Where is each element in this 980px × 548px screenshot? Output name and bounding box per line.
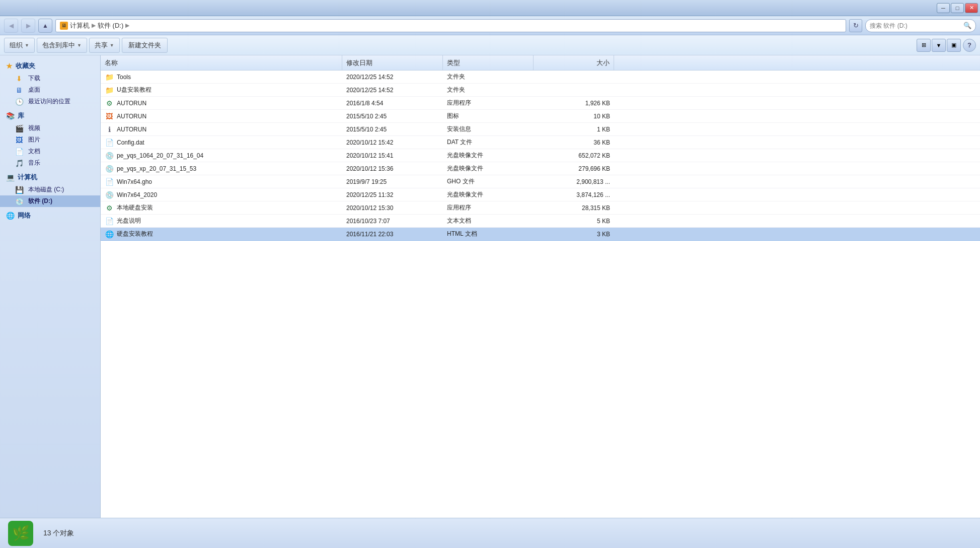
file-date: 2020/10/12 15:30 bbox=[346, 204, 393, 212]
file-type-cell: 文件夹 bbox=[443, 71, 534, 83]
sidebar-header-computer[interactable]: 💻 计算机 bbox=[0, 171, 100, 184]
file-date: 2020/10/12 15:41 bbox=[346, 152, 393, 159]
sidebar-item-c-drive[interactable]: 💾 本地磁盘 (C:) bbox=[0, 184, 100, 195]
sidebar-item-recent-label: 最近访问的位置 bbox=[28, 97, 70, 106]
file-size-cell: 1 KB bbox=[534, 123, 614, 135]
sidebar-header-library[interactable]: 📚 库 bbox=[0, 109, 100, 122]
title-bar: ─ □ ✕ bbox=[0, 0, 980, 16]
path-sep-1: ▶ bbox=[92, 22, 96, 29]
file-name: Tools bbox=[117, 74, 131, 81]
d-drive-icon: 💿 bbox=[14, 197, 24, 206]
file-name: Win7x64.gho bbox=[117, 178, 152, 185]
file-size: 28,315 KB bbox=[582, 204, 610, 212]
table-row[interactable]: 📁 U盘安装教程 2020/12/25 14:52 文件夹 bbox=[101, 84, 980, 97]
table-row[interactable]: 💿 pe_yqs_1064_20_07_31_16_04 2020/10/12 … bbox=[101, 149, 980, 162]
table-row[interactable]: 🖼 AUTORUN 2015/5/10 2:45 图标 10 KB bbox=[101, 110, 980, 123]
refresh-button[interactable]: ↻ bbox=[849, 19, 862, 32]
status-logo-icon: 🌿 bbox=[12, 525, 30, 541]
file-name: 硬盘安装教程 bbox=[117, 230, 153, 238]
file-name: AUTORUN bbox=[117, 126, 146, 133]
sidebar-item-music[interactable]: 🎵 音乐 bbox=[0, 157, 100, 169]
organize-button[interactable]: 组织 ▼ bbox=[4, 38, 35, 53]
address-path[interactable]: 🖥 计算机 ▶ 软件 (D:) ▶ bbox=[55, 19, 846, 32]
file-type-cell: 图标 bbox=[443, 110, 534, 122]
table-row[interactable]: ℹ AUTORUN 2015/5/10 2:45 安装信息 1 KB bbox=[101, 123, 980, 136]
share-button[interactable]: 共享 ▼ bbox=[89, 38, 120, 53]
video-icon: 🎬 bbox=[14, 124, 24, 132]
file-name-cell: 🌐 硬盘安装教程 bbox=[101, 228, 342, 240]
favorites-icon: ★ bbox=[6, 62, 13, 70]
col-header-date[interactable]: 修改日期 bbox=[342, 55, 443, 70]
sidebar-header-favorites[interactable]: ★ 收藏夹 bbox=[0, 59, 100, 73]
sidebar-item-download[interactable]: ⬇ 下载 bbox=[0, 73, 100, 84]
sidebar-item-pictures[interactable]: 🖼 图片 bbox=[0, 134, 100, 146]
organize-label: 组织 bbox=[10, 41, 23, 50]
sidebar-item-pictures-label: 图片 bbox=[28, 135, 40, 144]
sidebar-item-desktop[interactable]: 🖥 桌面 bbox=[0, 84, 100, 96]
sidebar-header-network[interactable]: 🌐 网络 bbox=[0, 209, 100, 222]
preview-button[interactable]: ▣ bbox=[947, 39, 961, 52]
file-type: GHO 文件 bbox=[447, 177, 475, 186]
file-type: 光盘映像文件 bbox=[447, 190, 483, 199]
minimize-button[interactable]: ─ bbox=[937, 3, 950, 13]
table-row[interactable]: ⚙ 本地硬盘安装 2020/10/12 15:30 应用程序 28,315 KB bbox=[101, 201, 980, 215]
file-size-cell: 28,315 KB bbox=[534, 201, 614, 214]
forward-button[interactable]: ▶ bbox=[21, 19, 35, 33]
download-icon: ⬇ bbox=[14, 75, 24, 83]
col-header-size[interactable]: 大小 bbox=[534, 55, 614, 70]
include-button[interactable]: 包含到库中 ▼ bbox=[37, 38, 87, 53]
file-list: 📁 Tools 2020/12/25 14:52 文件夹 📁 U盘安装教程 20… bbox=[101, 71, 980, 518]
maximize-button[interactable]: □ bbox=[951, 3, 964, 13]
file-date-cell: 2020/12/25 14:52 bbox=[342, 71, 443, 83]
table-row[interactable]: 📄 Win7x64.gho 2019/9/7 19:25 GHO 文件 2,90… bbox=[101, 175, 980, 188]
file-size: 1 KB bbox=[597, 126, 610, 133]
file-date-cell: 2020/10/12 15:42 bbox=[342, 136, 443, 149]
search-input[interactable] bbox=[870, 22, 960, 29]
sidebar-item-music-label: 音乐 bbox=[28, 159, 40, 167]
sidebar-section-favorites: ★ 收藏夹 ⬇ 下载 🖥 桌面 🕒 最近访问的位置 bbox=[0, 59, 100, 107]
file-icon: ⚙ bbox=[105, 99, 114, 108]
table-row[interactable]: 🌐 硬盘安装教程 2016/11/21 22:03 HTML 文档 3 KB bbox=[101, 228, 980, 241]
documents-icon: 📄 bbox=[14, 148, 24, 156]
path-sep-2: ▶ bbox=[125, 22, 129, 29]
table-row[interactable]: ⚙ AUTORUN 2016/1/8 4:54 应用程序 1,926 KB bbox=[101, 97, 980, 110]
sidebar-item-d-drive[interactable]: 💿 软件 (D:) bbox=[0, 195, 100, 207]
file-icon: 📁 bbox=[105, 86, 114, 95]
file-date: 2020/10/12 15:36 bbox=[346, 165, 393, 172]
file-icon: ℹ bbox=[105, 125, 114, 134]
file-name: 光盘说明 bbox=[117, 217, 141, 225]
view-toggle-button[interactable]: ⊞ bbox=[917, 39, 931, 52]
sidebar-item-documents[interactable]: 📄 文档 bbox=[0, 146, 100, 157]
file-type-cell: GHO 文件 bbox=[443, 175, 534, 188]
up-button[interactable]: ▲ bbox=[38, 19, 52, 33]
col-header-type[interactable]: 类型 bbox=[443, 55, 534, 70]
sidebar-item-video[interactable]: 🎬 视频 bbox=[0, 122, 100, 134]
back-button[interactable]: ◀ bbox=[4, 19, 18, 33]
col-header-name[interactable]: 名称 bbox=[101, 55, 342, 70]
search-box[interactable]: 🔍 bbox=[865, 19, 976, 32]
sidebar-item-recent[interactable]: 🕒 最近访问的位置 bbox=[0, 96, 100, 107]
file-type: HTML 文档 bbox=[447, 230, 477, 238]
recent-icon: 🕒 bbox=[14, 98, 24, 106]
file-size: 3,874,126 ... bbox=[576, 191, 610, 198]
file-size-cell: 5 KB bbox=[534, 215, 614, 227]
include-arrow-icon: ▼ bbox=[77, 43, 82, 48]
file-type: 文本文档 bbox=[447, 217, 471, 225]
file-size: 652,072 KB bbox=[578, 152, 610, 159]
file-type: 文件夹 bbox=[447, 86, 465, 94]
table-row[interactable]: 💿 pe_yqs_xp_20_07_31_15_53 2020/10/12 15… bbox=[101, 162, 980, 175]
table-row[interactable]: 📄 Config.dat 2020/10/12 15:42 DAT 文件 36 … bbox=[101, 136, 980, 149]
table-row[interactable]: 📁 Tools 2020/12/25 14:52 文件夹 bbox=[101, 71, 980, 84]
close-button[interactable]: ✕ bbox=[965, 3, 978, 13]
file-icon: ⚙ bbox=[105, 203, 114, 213]
file-date: 2016/11/21 22:03 bbox=[346, 231, 393, 238]
help-button[interactable]: ? bbox=[963, 39, 976, 52]
file-type: 应用程序 bbox=[447, 99, 471, 107]
file-size-cell: 2,900,813 ... bbox=[534, 175, 614, 188]
table-row[interactable]: 💿 Win7x64_2020 2020/12/25 11:32 光盘映像文件 3… bbox=[101, 188, 980, 201]
file-date-cell: 2015/5/10 2:45 bbox=[342, 110, 443, 122]
view-dropdown-button[interactable]: ▼ bbox=[932, 39, 946, 52]
new-folder-button[interactable]: 新建文件夹 bbox=[122, 38, 168, 53]
file-size-cell: 279,696 KB bbox=[534, 162, 614, 175]
table-row[interactable]: 📄 光盘说明 2016/10/23 7:07 文本文档 5 KB bbox=[101, 215, 980, 228]
